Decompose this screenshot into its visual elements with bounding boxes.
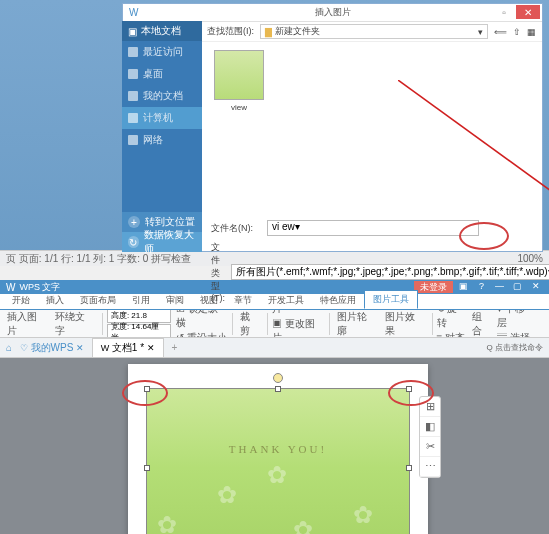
new-tab-button[interactable]: + <box>172 342 178 353</box>
up-icon[interactable]: ⇧ <box>513 27 521 37</box>
sidebar-item-documents[interactable]: 我的文档 <box>122 85 202 107</box>
restore-button[interactable]: ▫ <box>494 5 514 19</box>
sidebar-header[interactable]: ▣ 本地文档 <box>122 21 202 41</box>
sidebar-item-desktop[interactable]: 桌面 <box>122 63 202 85</box>
rotate-button[interactable]: ↻ 旋转 <box>437 310 468 330</box>
group-button[interactable]: 组合 <box>469 312 495 336</box>
wps-logo-icon: W <box>6 282 15 293</box>
flower-decoration <box>293 516 319 534</box>
separator <box>432 313 433 335</box>
resize-handle-t[interactable] <box>275 386 281 392</box>
refresh-icon: ↻ <box>128 236 139 248</box>
wrap-option-icon[interactable]: ◧ <box>420 417 440 437</box>
annotation-circle-right <box>388 380 434 406</box>
sidebar-item-computer[interactable]: 计算机 <box>122 107 202 129</box>
floating-toolbar: ⊞ ◧ ✂ ⋯ <box>419 396 441 478</box>
document-tabs: ⌂ ♡ 我的WPS ✕ W 文档1 * ✕ + Q 点击查找命令 <box>0 338 549 358</box>
crop-button[interactable]: 裁剪 <box>237 312 263 336</box>
selected-image[interactable]: THANK YOU! <box>146 388 410 534</box>
separator <box>232 313 233 335</box>
thumbnail-label: view <box>211 103 267 112</box>
more-option-icon[interactable]: ⋯ <box>420 457 440 477</box>
flower-decoration <box>267 461 293 487</box>
home-icon[interactable]: ⌂ <box>6 342 12 353</box>
lock-ratio-check[interactable]: ☑ 锁定纵横 <box>176 310 228 330</box>
filetype-label: 文件类型(T): <box>211 241 225 303</box>
rotate-handle[interactable] <box>273 373 283 383</box>
resize-handle-r[interactable] <box>406 465 412 471</box>
close-button[interactable]: ✕ <box>516 5 540 19</box>
ribbon-toolbar: 插入图片 环绕文字 高度: 21.8 宽度: 14.64厘米 ☑ 锁定纵横 ↺ … <box>0 310 549 338</box>
compress-button[interactable]: ▣ 压缩图片 <box>272 310 325 316</box>
tab-start[interactable]: 开始 <box>4 292 38 309</box>
dialog-sidebar: ▣ 本地文档 最近访问 桌面 我的文档 计算机 网络 +转到文位置 ↻数据恢复大… <box>122 21 202 252</box>
dropdown-icon: ▾ <box>478 27 483 37</box>
network-icon <box>128 135 138 145</box>
tab-insert[interactable]: 插入 <box>38 292 72 309</box>
dialog-titlebar[interactable]: W 插入图片 ▫ ✕ <box>123 4 542 22</box>
separator <box>102 313 103 335</box>
document-canvas[interactable]: THANK YOU! ⊞ ◧ ✂ ⋯ <box>0 358 549 534</box>
flower-decoration <box>157 511 183 534</box>
view-icon[interactable]: ▦ <box>527 27 536 37</box>
flower-decoration <box>353 501 379 527</box>
folder-icon: ▇ <box>265 27 272 37</box>
separator <box>267 313 268 335</box>
insert-picture-button[interactable]: 插入图片 <box>4 312 50 336</box>
data-recovery-button[interactable]: ↻数据恢复大师 <box>122 232 202 252</box>
flower-decoration <box>217 481 243 507</box>
sidebar-item-recent[interactable]: 最近访问 <box>122 41 202 63</box>
layer-down-button[interactable]: ▾ 下移一层 <box>497 310 545 330</box>
document-tab[interactable]: W 文档1 * ✕ <box>92 338 164 357</box>
crop-option-icon[interactable]: ✂ <box>420 437 440 457</box>
effect-button[interactable]: 图片效果 <box>382 312 428 336</box>
clock-icon <box>128 47 138 57</box>
svg-line-0 <box>398 80 549 225</box>
computer-icon <box>128 113 138 123</box>
screenshot-wps-canvas: W WPS 文字 未登录 ▣ ? — ▢ ✕ 开始 插入 页面布局 引用 审阅 … <box>0 280 549 534</box>
path-label: 查找范围(I): <box>207 25 254 38</box>
computer-icon: ▣ <box>128 26 137 37</box>
desktop-icon <box>128 69 138 79</box>
tab-review[interactable]: 审阅 <box>158 292 192 309</box>
thumbnail-image <box>214 50 264 100</box>
wrap-text-button[interactable]: 环绕文字 <box>52 312 98 336</box>
filename-input[interactable]: vi ew▾ <box>267 220 479 236</box>
back-icon[interactable]: ⟸ <box>494 27 507 37</box>
separator <box>329 313 330 335</box>
annotation-circle-left <box>122 380 168 406</box>
resize-handle-l[interactable] <box>144 465 150 471</box>
wps-logo-icon: W <box>129 7 138 18</box>
tab-layout[interactable]: 页面布局 <box>72 292 124 309</box>
file-thumbnail[interactable]: view <box>211 50 267 112</box>
filename-label: 文件名(N): <box>211 222 261 235</box>
plus-icon: + <box>128 216 140 228</box>
reset-size-button[interactable]: ↺ 重设大小 <box>176 331 228 338</box>
sidebar-item-network[interactable]: 网络 <box>122 129 202 151</box>
outline-button[interactable]: 图片轮廓 <box>334 312 380 336</box>
file-list-area[interactable]: view <box>203 42 542 214</box>
screenshot-insert-dialog: ▣ 本地文档 最近访问 桌面 我的文档 计算机 网络 +转到文位置 ↻数据恢复大… <box>0 0 549 280</box>
sidebar-header-label: 本地文档 <box>141 24 181 38</box>
image-caption: THANK YOU! <box>147 443 409 455</box>
align-button[interactable]: ≡ 对齐 <box>437 331 468 338</box>
my-wps-link[interactable]: ♡ 我的WPS ✕ <box>20 341 84 355</box>
search-commands[interactable]: Q 点击查找命令 <box>487 342 543 353</box>
change-pic-button[interactable]: ▣ 更改图片 <box>272 317 325 339</box>
filetype-select[interactable]: 所有图片(*.emf;*.wmf;*.jpg;*.jpeg;*.jpe;*.pn… <box>231 264 549 280</box>
annotation-circle <box>459 222 509 250</box>
dropdown-icon: ▾ <box>295 221 300 232</box>
folder-icon <box>128 91 138 101</box>
dialog-title: 插入图片 <box>315 6 351 19</box>
path-select[interactable]: ▇ 新建文件夹▾ <box>260 24 488 39</box>
tab-references[interactable]: 引用 <box>124 292 158 309</box>
select-pane-button[interactable]: ▤ 选择 <box>497 331 545 338</box>
width-input[interactable]: 宽度: 14.64厘米 <box>107 324 171 338</box>
